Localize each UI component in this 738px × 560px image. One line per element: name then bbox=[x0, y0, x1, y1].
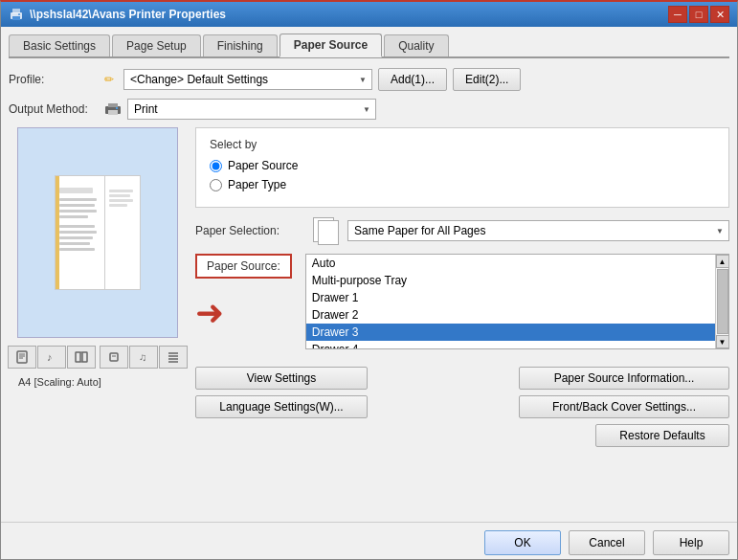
paper-spine bbox=[56, 176, 59, 289]
paper-source-section: Paper Source: ➜ Auto Multi-purpose Tray … bbox=[195, 254, 729, 349]
pencil-icon: ✏ bbox=[104, 73, 114, 86]
tab-page-setup[interactable]: Page Setup bbox=[112, 34, 201, 56]
language-settings-button[interactable]: Language Settings(W)... bbox=[195, 395, 368, 418]
svg-rect-3 bbox=[18, 13, 20, 15]
icon-btn-page[interactable] bbox=[8, 346, 36, 369]
icon-btn-staple[interactable] bbox=[100, 346, 128, 369]
tab-quality[interactable]: Quality bbox=[384, 34, 448, 56]
svg-text:♫: ♫ bbox=[139, 351, 146, 363]
scroll-up-btn[interactable]: ▲ bbox=[716, 255, 729, 268]
list-item[interactable]: Drawer 1 bbox=[306, 289, 715, 306]
icon-group-2: ♫ bbox=[100, 346, 188, 369]
radio-paper-type[interactable] bbox=[210, 179, 222, 191]
printer-small-icon bbox=[104, 102, 122, 116]
paper-line-3 bbox=[59, 204, 95, 207]
page-icon bbox=[15, 350, 29, 364]
tab-bar: Basic Settings Page Setup Finishing Pape… bbox=[9, 33, 729, 58]
icon-btn-music[interactable]: ♪ bbox=[37, 346, 66, 369]
scrollbar-track: ▲ ▼ bbox=[715, 255, 728, 348]
paper-line-6 bbox=[59, 225, 95, 228]
main-panel: ♪ bbox=[9, 127, 729, 508]
icon-btn-music2[interactable]: ♫ bbox=[129, 346, 158, 369]
paper-source-label-box: Paper Source: bbox=[195, 254, 292, 279]
profile-dropdown-wrap: <Change> Default Settings bbox=[123, 69, 372, 90]
right-line-1 bbox=[109, 190, 132, 192]
list-item[interactable]: Drawer 4 bbox=[306, 341, 715, 348]
paper-line-8 bbox=[59, 236, 93, 239]
profile-dropdown[interactable]: <Change> Default Settings bbox=[123, 69, 372, 90]
restore-defaults-button[interactable]: Restore Defaults bbox=[595, 424, 729, 447]
profile-controls: ✏ <Change> Default Settings Add(1)... Ed… bbox=[104, 68, 729, 91]
paper-line-1 bbox=[59, 188, 93, 193]
settings-panel: Select by Paper Source Paper Type Paper … bbox=[195, 127, 729, 508]
paper-line-4 bbox=[59, 210, 97, 213]
output-method-label: Output Method: bbox=[9, 102, 104, 116]
svg-rect-5 bbox=[108, 103, 118, 107]
cancel-button[interactable]: Cancel bbox=[569, 530, 645, 555]
select-by-title: Select by bbox=[210, 138, 715, 151]
paper-selection-dropdown[interactable]: Same Paper for All Pages bbox=[347, 220, 729, 241]
preview-icons: ♪ bbox=[8, 346, 188, 369]
pages-icon-front bbox=[318, 220, 339, 245]
paper-preview bbox=[55, 175, 141, 290]
list-item[interactable]: Multi-purpose Tray bbox=[306, 272, 715, 289]
profile-label: Profile: bbox=[9, 73, 104, 86]
tab-finishing[interactable]: Finishing bbox=[203, 34, 278, 56]
book-icon bbox=[75, 350, 88, 364]
list-item[interactable]: Drawer 2 bbox=[306, 306, 715, 324]
right-line-4 bbox=[109, 204, 127, 207]
add-button[interactable]: Add(1)... bbox=[378, 68, 447, 91]
output-method-controls: Print bbox=[104, 99, 729, 120]
preview-label: A4 [Scaling: Auto] bbox=[18, 376, 101, 388]
front-back-cover-button[interactable]: Front/Back Cover Settings... bbox=[519, 395, 729, 418]
tab-basic-settings[interactable]: Basic Settings bbox=[9, 34, 110, 56]
svg-text:♪: ♪ bbox=[47, 351, 53, 363]
output-method-dropdown[interactable]: Print bbox=[127, 99, 376, 120]
list-item-selected[interactable]: Drawer 3 bbox=[306, 324, 715, 341]
paper-left bbox=[56, 176, 106, 289]
scroll-down-btn[interactable]: ▼ bbox=[716, 335, 729, 348]
profile-row: Profile: ✏ <Change> Default Settings Add… bbox=[9, 68, 729, 91]
music2-icon: ♫ bbox=[137, 350, 150, 364]
dialog-footer: OK Cancel Help bbox=[1, 522, 737, 559]
svg-rect-14 bbox=[82, 352, 87, 362]
ok-button[interactable]: OK bbox=[484, 530, 561, 555]
paper-source-info-button[interactable]: Paper Source Information... bbox=[519, 367, 729, 390]
maximize-button[interactable]: □ bbox=[689, 6, 708, 23]
icon-group-1: ♪ bbox=[8, 346, 96, 369]
preview-panel: ♪ bbox=[9, 127, 186, 508]
select-by-group: Select by Paper Source Paper Type bbox=[195, 127, 729, 208]
tab-paper-source[interactable]: Paper Source bbox=[280, 34, 382, 57]
radio-paper-source-label[interactable]: Paper Source bbox=[228, 159, 298, 172]
title-bar-left: \\pshslal42\Avans Printer Properties bbox=[9, 7, 226, 22]
source-list-container: Auto Multi-purpose Tray Drawer 1 Drawer … bbox=[305, 254, 729, 349]
pages-icon bbox=[313, 217, 340, 244]
paper-line-7 bbox=[59, 231, 97, 234]
svg-rect-7 bbox=[116, 107, 118, 109]
red-arrow-icon: ➜ bbox=[195, 296, 224, 330]
bottom-buttons: View Settings Language Settings(W)... Pa… bbox=[195, 367, 729, 447]
paper-line-5 bbox=[59, 215, 89, 218]
bottom-left-buttons: View Settings Language Settings(W)... bbox=[195, 367, 368, 418]
paper-line-2 bbox=[59, 198, 97, 201]
icon-btn-lines[interactable] bbox=[159, 346, 188, 369]
radio-row-paper-source: Paper Source bbox=[210, 159, 715, 172]
view-settings-button[interactable]: View Settings bbox=[195, 367, 368, 390]
svg-rect-2 bbox=[12, 16, 20, 20]
music-icon: ♪ bbox=[45, 350, 58, 364]
paper-line-9 bbox=[59, 242, 91, 245]
output-method-dropdown-wrap: Print bbox=[127, 99, 376, 120]
minimize-button[interactable]: ─ bbox=[668, 6, 687, 23]
radio-paper-source[interactable] bbox=[210, 160, 222, 172]
paper-source-left: Paper Source: ➜ bbox=[195, 254, 292, 330]
svg-rect-6 bbox=[108, 110, 118, 115]
scroll-thumb[interactable] bbox=[717, 269, 728, 334]
icon-btn-book[interactable] bbox=[67, 346, 96, 369]
radio-paper-type-label[interactable]: Paper Type bbox=[228, 178, 286, 191]
close-button[interactable]: ✕ bbox=[710, 6, 729, 23]
list-item[interactable]: Auto bbox=[306, 255, 715, 272]
bottom-right-buttons: Paper Source Information... Front/Back C… bbox=[519, 367, 729, 447]
paper-selection-row: Paper Selection: Same Paper for All Page… bbox=[195, 217, 729, 244]
help-button[interactable]: Help bbox=[653, 530, 729, 555]
edit-button[interactable]: Edit(2)... bbox=[453, 68, 521, 91]
